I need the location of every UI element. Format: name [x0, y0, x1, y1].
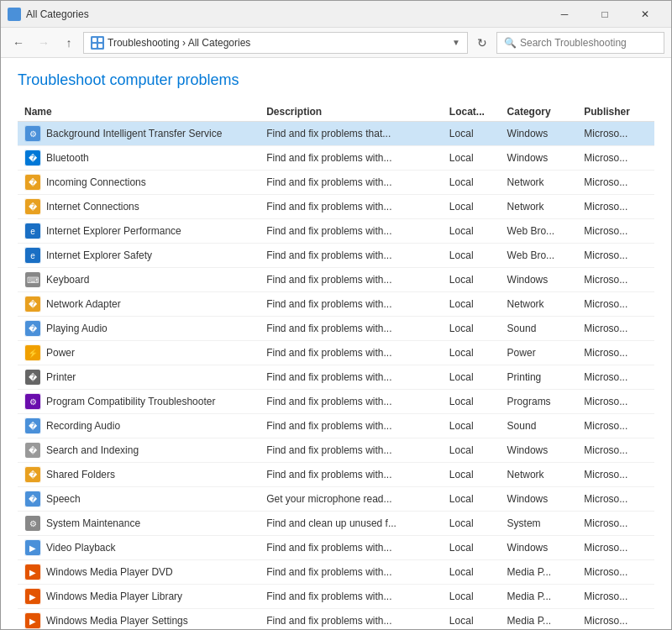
col-header-description[interactable]: Description [260, 102, 443, 122]
cell-name: ▶Windows Media Player Library [18, 585, 260, 609]
refresh-button[interactable]: ↻ [471, 32, 493, 54]
item-icon: e [24, 247, 41, 264]
cell-publisher: Microso... [577, 438, 654, 463]
svg-rect-2 [9, 15, 13, 19]
svg-text:�: � [29, 372, 38, 382]
cell-location: Local [443, 438, 501, 463]
cell-description: Find and fix problems with... [260, 390, 443, 414]
item-name-text: Network Adapter [46, 298, 121, 310]
back-button[interactable]: ← [8, 32, 29, 54]
item-icon: ⚙ [24, 515, 41, 532]
table-row[interactable]: �Incoming ConnectionsFind and fix proble… [18, 171, 654, 195]
search-input[interactable] [520, 37, 657, 49]
table-row[interactable]: �SpeechGet your microphone read...LocalW… [18, 487, 654, 512]
cell-description: Find and fix problems with... [260, 438, 443, 463]
table-row[interactable]: �Recording AudioFind and fix problems wi… [18, 414, 654, 438]
cell-description: Find and fix problems with... [260, 414, 443, 438]
table-row[interactable]: ▶Windows Media Player DVDFind and fix pr… [18, 560, 654, 585]
table-row[interactable]: ⚙Background Intelligent Transfer Service… [18, 122, 654, 146]
item-name-text: Printer [46, 371, 76, 383]
cell-name: �Internet Connections [18, 195, 260, 219]
search-box[interactable]: 🔍 [496, 32, 664, 54]
forward-button[interactable]: → [33, 32, 55, 54]
cell-name: �Incoming Connections [18, 171, 260, 195]
svg-rect-3 [15, 15, 19, 19]
table-header-row: Name Description Locat... Category Publi… [18, 102, 654, 122]
address-dropdown-icon[interactable]: ▼ [452, 38, 460, 47]
cell-name: �Playing Audio [18, 317, 260, 341]
col-header-location[interactable]: Locat... [443, 102, 501, 122]
table-row[interactable]: �Search and IndexingFind and fix problem… [18, 438, 654, 463]
col-header-category[interactable]: Category [501, 102, 578, 122]
svg-text:�: � [29, 299, 38, 309]
table-row[interactable]: ▶Windows Media Player LibraryFind and fi… [18, 585, 654, 609]
table-row[interactable]: �BluetoothFind and fix problems with...L… [18, 146, 654, 171]
cell-name: eInternet Explorer Performance [18, 219, 260, 244]
table-row[interactable]: eInternet Explorer PerformanceFind and f… [18, 219, 654, 244]
cell-publisher: Microso... [577, 365, 654, 390]
cell-location: Local [443, 390, 501, 414]
cell-category: Windows [501, 438, 578, 463]
item-name-text: Windows Media Player Settings [46, 615, 188, 627]
svg-text:�: � [29, 445, 38, 455]
item-icon: ▶ [24, 612, 41, 629]
cell-category: Printing [501, 365, 578, 390]
item-icon: ▶ [24, 588, 41, 605]
table-row[interactable]: ▶Video PlaybackFind and fix problems wit… [18, 536, 654, 560]
svg-text:�: � [29, 202, 38, 212]
cell-publisher: Microso... [577, 585, 654, 609]
table-row[interactable]: ⌨KeyboardFind and fix problems with...Lo… [18, 268, 654, 292]
svg-rect-8 [98, 44, 102, 48]
cell-publisher: Microso... [577, 414, 654, 438]
cell-publisher: Microso... [577, 171, 654, 195]
item-name-text: Windows Media Player Library [46, 591, 182, 602]
maximize-button[interactable]: □ [585, 1, 624, 28]
minimize-button[interactable]: ─ [545, 1, 584, 28]
item-name-text: Windows Media Player DVD [46, 566, 173, 578]
cell-publisher: Microso... [577, 463, 654, 487]
table-row[interactable]: �Shared FoldersFind and fix problems wit… [18, 463, 654, 487]
item-icon: � [24, 417, 41, 434]
cell-description: Find and fix problems with... [260, 463, 443, 487]
table-row[interactable]: �Playing AudioFind and fix problems with… [18, 317, 654, 341]
table-row[interactable]: ⚡PowerFind and fix problems with...Local… [18, 341, 654, 365]
cell-name: �Shared Folders [18, 463, 260, 487]
address-bar[interactable]: Troubleshooting › All Categories ▼ [83, 32, 468, 54]
cell-description: Find and fix problems with... [260, 219, 443, 244]
item-icon: ⚙ [24, 393, 41, 410]
search-icon: 🔍 [504, 37, 517, 49]
table-body: ⚙Background Intelligent Transfer Service… [18, 122, 654, 631]
cell-category: Power [501, 341, 578, 365]
item-name-text: Background Intelligent Transfer Service [46, 128, 222, 139]
item-name-text: System Maintenance [46, 517, 140, 529]
table-row[interactable]: �Network AdapterFind and fix problems wi… [18, 292, 654, 317]
col-header-name[interactable]: Name [18, 102, 260, 122]
cell-description: Find and fix problems with... [260, 365, 443, 390]
cell-description: Find and fix problems with... [260, 341, 443, 365]
nav-bar: ← → ↑ Troubleshooting › All Categories ▼… [1, 28, 671, 58]
col-header-publisher[interactable]: Publisher [577, 102, 654, 122]
cell-publisher: Microso... [577, 390, 654, 414]
table-row[interactable]: �PrinterFind and fix problems with...Loc… [18, 365, 654, 390]
cell-description: Get your microphone read... [260, 487, 443, 512]
cell-publisher: Microso... [577, 341, 654, 365]
svg-text:⚙: ⚙ [29, 129, 37, 139]
table-row[interactable]: ⚙System MaintenanceFind and clean up unu… [18, 512, 654, 536]
cell-publisher: Microso... [577, 195, 654, 219]
close-button[interactable]: ✕ [626, 1, 664, 28]
table-row[interactable]: �Internet ConnectionsFind and fix proble… [18, 195, 654, 219]
cell-name: ▶Windows Media Player Settings [18, 609, 260, 631]
svg-text:⚙: ⚙ [29, 397, 37, 407]
cell-description: Find and fix problems with... [260, 609, 443, 631]
cell-name: ⚙Program Compatibility Troubleshooter [18, 390, 260, 414]
svg-rect-6 [98, 38, 102, 42]
up-button[interactable]: ↑ [58, 32, 80, 54]
table-row[interactable]: ⚙Program Compatibility TroubleshooterFin… [18, 390, 654, 414]
cell-description: Find and fix problems with... [260, 171, 443, 195]
item-name-text: Recording Audio [46, 420, 120, 432]
cell-location: Local [443, 171, 501, 195]
item-name-text: Internet Explorer Safety [46, 249, 152, 261]
cell-category: Web Bro... [501, 244, 578, 268]
table-row[interactable]: ▶Windows Media Player SettingsFind and f… [18, 609, 654, 631]
table-row[interactable]: eInternet Explorer SafetyFind and fix pr… [18, 244, 654, 268]
